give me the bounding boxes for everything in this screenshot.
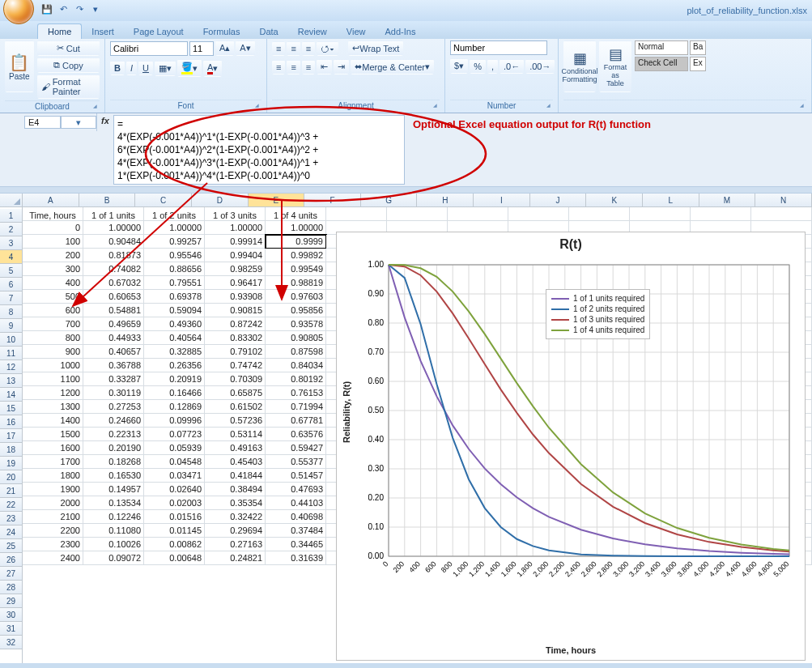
accounting-button[interactable]: $▾ <box>450 58 468 74</box>
percent-button[interactable]: % <box>470 59 486 74</box>
cell[interactable]: 0.63576 <box>266 428 326 441</box>
cell[interactable]: 0.99549 <box>266 262 326 276</box>
row-header-13[interactable]: 13 <box>0 374 22 388</box>
tab-home[interactable]: Home <box>37 23 82 39</box>
orientation-button[interactable]: ⭯▾ <box>317 41 338 56</box>
wrap-text-button[interactable]: ↩ Wrap Text <box>348 40 403 56</box>
cell[interactable]: 0.29694 <box>205 524 266 538</box>
cell[interactable]: 0.00862 <box>144 538 205 551</box>
cell[interactable]: 0.74742 <box>205 359 266 372</box>
cell[interactable]: 0.24821 <box>205 551 266 565</box>
cell[interactable]: 2300 <box>23 538 83 551</box>
col-header-B[interactable]: B <box>79 194 136 207</box>
cell[interactable]: 0.01516 <box>144 510 205 524</box>
tab-data[interactable]: Data <box>249 24 287 39</box>
cell[interactable]: 0.20919 <box>144 372 205 386</box>
tab-insert[interactable]: Insert <box>82 24 124 39</box>
qat-save-icon[interactable]: 💾 <box>40 4 53 17</box>
cell[interactable] <box>326 207 387 221</box>
cell[interactable]: 600 <box>23 304 83 317</box>
cell[interactable]: 0.55377 <box>266 455 326 469</box>
cell[interactable]: 200 <box>23 249 83 262</box>
row-header-31[interactable]: 31 <box>0 622 22 636</box>
cell[interactable]: 0.16530 <box>83 469 144 483</box>
row-header-16[interactable]: 16 <box>0 415 22 429</box>
col-header-H[interactable]: H <box>417 194 474 207</box>
cell[interactable]: 0.59094 <box>144 304 205 317</box>
cell[interactable]: 0.81873 <box>83 249 144 262</box>
cell[interactable]: 0.27163 <box>205 538 266 551</box>
row-header-12[interactable]: 12 <box>0 360 22 374</box>
cell[interactable]: 0.13534 <box>83 496 144 510</box>
row-header-26[interactable]: 26 <box>0 553 22 567</box>
col-header-G[interactable]: G <box>361 194 418 207</box>
row-header-21[interactable]: 21 <box>0 484 22 498</box>
cell[interactable]: 0.05939 <box>144 441 205 455</box>
cell[interactable]: 0.71994 <box>266 400 326 414</box>
cell[interactable]: 0.9999 <box>266 235 326 249</box>
row-header-2[interactable]: 2 <box>0 223 22 236</box>
tab-page-layout[interactable]: Page Layout <box>124 24 193 39</box>
decrease-indent-button[interactable]: ⇤ <box>317 59 332 74</box>
grow-font-button[interactable]: A▴ <box>215 40 234 56</box>
comma-button[interactable]: , <box>487 59 498 74</box>
cell[interactable]: 0.98259 <box>205 262 266 276</box>
cell[interactable]: 0.83302 <box>205 331 266 345</box>
chart[interactable]: R(t) 0.000.100.200.300.400.500.600.700.8… <box>336 232 806 661</box>
cell[interactable]: 400 <box>23 276 83 290</box>
cell[interactable]: 0.12869 <box>144 400 205 414</box>
cell[interactable]: 0.09996 <box>144 414 205 428</box>
cell[interactable]: 0.95546 <box>144 249 205 262</box>
cell[interactable]: 0.16466 <box>144 386 205 400</box>
cell[interactable]: 1.00000 <box>205 221 266 235</box>
bold-button[interactable]: B <box>110 61 125 75</box>
cell[interactable]: 0.01145 <box>144 524 205 538</box>
cell[interactable]: 0.93578 <box>266 317 326 331</box>
tab-review[interactable]: Review <box>288 24 337 39</box>
cell[interactable]: 0.24660 <box>83 414 144 428</box>
cell[interactable]: 0.32422 <box>205 510 266 524</box>
row-header-30[interactable]: 30 <box>0 608 22 622</box>
cell[interactable]: 0.49163 <box>205 441 266 455</box>
cell-header[interactable]: 1 of 2 units required <box>144 207 205 221</box>
cell[interactable]: 800 <box>23 331 83 345</box>
cell[interactable]: 100 <box>23 235 83 249</box>
cell[interactable]: 1700 <box>23 455 83 469</box>
col-header-E[interactable]: E <box>249 194 305 207</box>
cell[interactable]: 0.34465 <box>266 538 326 551</box>
row-header-5[interactable]: 5 <box>0 264 22 278</box>
align-left-button[interactable]: ≡ <box>272 60 285 74</box>
cell[interactable]: 0.00648 <box>144 551 205 565</box>
cell[interactable]: 0.74082 <box>83 262 144 276</box>
shrink-font-button[interactable]: A▾ <box>236 40 254 56</box>
cut-button[interactable]: ✂ Cut <box>37 40 100 56</box>
cell[interactable]: 0.80192 <box>266 372 326 386</box>
cell[interactable]: 0.45403 <box>205 455 266 469</box>
cell[interactable]: 2000 <box>23 496 83 510</box>
cell[interactable]: 0.99404 <box>205 249 266 262</box>
row-header-18[interactable]: 18 <box>0 443 22 457</box>
cell[interactable]: 0.36788 <box>83 359 144 372</box>
row-header-14[interactable]: 14 <box>0 388 22 402</box>
name-box[interactable]: E4 <box>24 116 61 129</box>
cell[interactable]: 0.20190 <box>83 441 144 455</box>
cell[interactable]: 0.22313 <box>83 428 144 441</box>
align-middle-button[interactable]: ≡ <box>287 41 300 56</box>
col-header-L[interactable]: L <box>643 194 699 207</box>
cell[interactable]: 0.31639 <box>266 551 326 565</box>
col-header-A[interactable]: A <box>23 194 79 207</box>
cell[interactable]: 0.65875 <box>205 386 266 400</box>
cell[interactable]: 0.76153 <box>266 386 326 400</box>
cell[interactable]: 1500 <box>23 428 83 441</box>
decrease-decimal-button[interactable]: .00→ <box>525 59 555 74</box>
cell[interactable]: 0.02640 <box>144 483 205 496</box>
cell[interactable] <box>448 207 508 221</box>
cell[interactable]: 0.67781 <box>266 414 326 428</box>
cell[interactable]: 1200 <box>23 386 83 400</box>
cell[interactable]: 0.61502 <box>205 400 266 414</box>
cell-header[interactable]: 1 of 1 units required <box>83 207 144 221</box>
format-as-table-button[interactable]: ▤ Format as Table <box>599 40 631 92</box>
row-header-3[interactable]: 3 <box>0 236 22 250</box>
row-header-22[interactable]: 22 <box>0 498 22 512</box>
col-header-N[interactable]: N <box>755 194 812 207</box>
